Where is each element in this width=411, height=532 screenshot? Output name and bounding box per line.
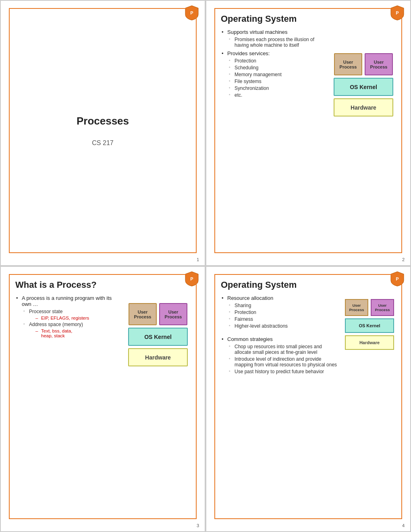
slide-4: P Operating System Resource allocation S…	[206, 266, 411, 532]
slide-4-number: 4	[402, 523, 405, 528]
slide-4-diagram: UserProcess UserProcess OS Kernel Hardwa…	[343, 299, 396, 377]
slide-4-title: Operating System	[221, 280, 396, 290]
user-process-purple-3: UserProcess	[159, 303, 187, 325]
slide-2-content: Supports virtual machines Promises each …	[221, 29, 396, 116]
bullet-3-1-text: A process is a running program with its …	[22, 295, 112, 307]
os-kernel-box-3: OS Kernel	[128, 328, 188, 346]
dash-list-2: Text, bss, data,heap, stack	[29, 328, 119, 338]
bullet-3-sub-2: Address space (memory) Text, bss, data,h…	[22, 322, 119, 338]
bullet-2-2-sub-2: Scheduling	[227, 65, 325, 71]
bullet-2-1-text: Supports virtual machines	[227, 29, 288, 35]
bullet-4-2-sub-1: Chop up resources into small pieces and …	[227, 344, 339, 355]
slide-3-inner: What is a Process? A process is a runnin…	[9, 274, 197, 519]
dash-list-1: EIP, EFLAGS, registers	[29, 316, 119, 320]
slide-2-diagram: UserProcess UserProcess OS Kernel Hardwa…	[331, 53, 396, 116]
bullet-2-2: Provides services: Protection Scheduling…	[221, 50, 325, 98]
bullet-4-1-sub: Sharing Protection Fairness Higher-level…	[227, 303, 339, 329]
user-process-purple-4: UserProcess	[371, 299, 394, 316]
bullet-2-1: Supports virtual machines Promises each …	[221, 29, 325, 48]
hardware-box-2: Hardware	[334, 98, 393, 116]
slide-4-content: Resource allocation Sharing Protection F…	[221, 295, 396, 377]
bullet-4-2: Common strategies Chop up resources into…	[221, 336, 339, 374]
slide-1-inner: Processes CS 217	[9, 8, 197, 253]
bullet-3-sub-1: Processor state EIP, EFLAGS, registers	[22, 309, 119, 320]
bullet-2-1-sub: Promises each process the illusion of ha…	[227, 37, 325, 48]
slide-2-left: Supports virtual machines Promises each …	[221, 29, 325, 116]
bullet-2-2-sub-1: Protection	[227, 58, 325, 64]
hardware-box-3: Hardware	[128, 348, 188, 366]
slide-4-left: Resource allocation Sharing Protection F…	[221, 295, 339, 377]
slide-4-inner: Operating System Resource allocation Sha…	[214, 274, 402, 519]
bullet-2-1-sub-1: Promises each process the illusion of ha…	[227, 37, 325, 48]
hardware-box-4: Hardware	[345, 335, 394, 350]
slide-3-title: What is a Process?	[15, 280, 190, 290]
slide-1-main-title: Processes	[77, 115, 129, 127]
os-kernel-box-2: OS Kernel	[334, 78, 393, 96]
bullet-2-2-sub-6: etc.	[227, 92, 325, 98]
slide-2-inner: Operating System Supports virtual machin…	[214, 8, 402, 253]
user-process-row-2: UserProcess UserProcess	[334, 53, 393, 75]
bullet-2-2-sub-4: File systems	[227, 79, 325, 84]
bullet-4-sub-3: Fairness	[227, 316, 339, 322]
user-process-row-3: UserProcess UserProcess	[129, 303, 187, 325]
user-process-beige-2: UserProcess	[334, 53, 362, 75]
bullet-4-sub-4: Higher-level abstractions	[227, 323, 339, 329]
bullet-3-1: A process is a running program with its …	[15, 295, 119, 338]
slide-2-bullets: Supports virtual machines Promises each …	[221, 29, 325, 98]
bullet-4-sub-2: Protection	[227, 310, 339, 315]
slide-1: P Processes CS 217 1	[0, 0, 206, 266]
slide-3-content: A process is a running program with its …	[15, 295, 190, 366]
slide-1-subtitle: CS 217	[92, 139, 113, 147]
user-process-beige-3: UserProcess	[129, 303, 157, 325]
slide-2: P Operating System Supports virtual mach…	[206, 0, 411, 266]
bullet-2-2-sub: Protection Scheduling Memory management …	[227, 58, 325, 98]
bullet-2-2-sub-3: Memory management	[227, 72, 325, 77]
slide-2-title: Operating System	[221, 14, 396, 24]
bullet-4-1: Resource allocation Sharing Protection F…	[221, 295, 339, 329]
bullet-4-2-text: Common strategies	[227, 336, 273, 342]
bullet-4-2-sub-2: Introduce level of indirection and provi…	[227, 356, 339, 368]
slide-3-bullets: A process is a running program with its …	[15, 295, 119, 338]
dash-1-1: EIP, EFLAGS, registers	[35, 316, 119, 320]
bullet-4-1-text: Resource allocation	[227, 295, 273, 301]
bullet-2-2-sub-5: Synchronization	[227, 85, 325, 91]
slide-3-left: A process is a running program with its …	[15, 295, 119, 366]
user-process-row-4: UserProcess UserProcess	[345, 299, 394, 316]
slide-4-bullets-top: Resource allocation Sharing Protection F…	[221, 295, 339, 329]
bullet-4-2-sub: Chop up resources into small pieces and …	[227, 344, 339, 374]
slide-2-number: 2	[402, 257, 405, 262]
os-kernel-box-4: OS Kernel	[345, 318, 394, 333]
user-process-purple-2: UserProcess	[365, 53, 393, 75]
slide-3-number: 3	[197, 523, 199, 528]
slide-3: P What is a Process? A process is a runn…	[0, 266, 206, 532]
bullet-2-2-text: Provides services:	[227, 50, 270, 56]
dash-2-1: Text, bss, data,heap, stack	[35, 328, 119, 338]
bullet-3-1-sub: Processor state EIP, EFLAGS, registers A…	[22, 309, 119, 338]
slide-3-diagram: UserProcess UserProcess OS Kernel Hardwa…	[126, 303, 190, 366]
user-process-beige-4: UserProcess	[345, 299, 368, 316]
slide-4-bullets-bottom: Common strategies Chop up resources into…	[221, 336, 339, 374]
bullet-4-2-sub-3: Use past history to predict future behav…	[227, 369, 339, 374]
bullet-4-sub-1: Sharing	[227, 303, 339, 308]
slide-1-number: 1	[197, 257, 199, 262]
